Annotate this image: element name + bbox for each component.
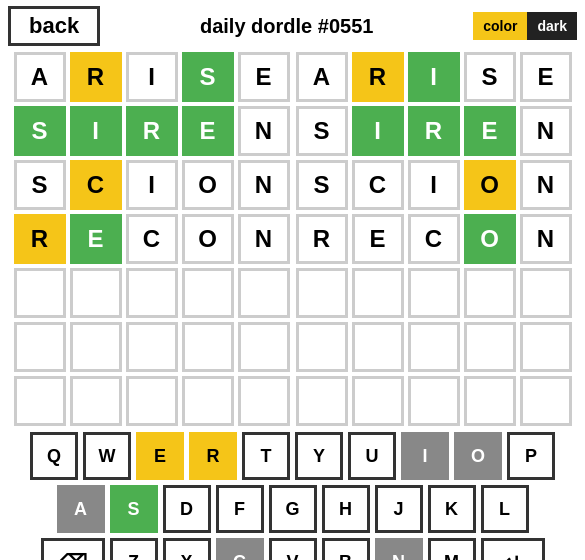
grid-cell: N — [520, 106, 572, 156]
grid-cell — [352, 376, 404, 426]
key-U[interactable]: U — [348, 432, 396, 480]
grid-cell: N — [238, 160, 290, 210]
key-backspace[interactable]: ⌫ — [41, 538, 105, 560]
grid-cell: O — [464, 160, 516, 210]
grid-cell — [520, 268, 572, 318]
grid-cell — [296, 322, 348, 372]
dark-mode-button[interactable]: dark — [527, 12, 577, 40]
grid-cell — [70, 268, 122, 318]
key-R[interactable]: R — [189, 432, 237, 480]
grid-cell — [14, 268, 66, 318]
grid-cell: I — [352, 106, 404, 156]
grid-cell — [408, 268, 460, 318]
grid-cell: A — [296, 52, 348, 102]
key-M[interactable]: M — [428, 538, 476, 560]
header: back daily dordle #0551 color dark — [0, 0, 585, 52]
key-W[interactable]: W — [83, 432, 131, 480]
key-I[interactable]: I — [401, 432, 449, 480]
grid-cell — [296, 268, 348, 318]
grid-cell: I — [408, 160, 460, 210]
grid-cell: O — [464, 214, 516, 264]
grid-cell — [126, 322, 178, 372]
key-Z[interactable]: Z — [110, 538, 158, 560]
grid-cell: N — [520, 160, 572, 210]
grid-right: ARISESIRENSCIONRECON — [296, 52, 572, 426]
key-A[interactable]: A — [57, 485, 105, 533]
key-N[interactable]: N — [375, 538, 423, 560]
grid-cell: R — [14, 214, 66, 264]
grid-cell: E — [352, 214, 404, 264]
grid-cell — [70, 322, 122, 372]
grid-cell: E — [464, 106, 516, 156]
key-B[interactable]: B — [322, 538, 370, 560]
grid-cell — [408, 376, 460, 426]
grid-cell — [14, 322, 66, 372]
keyboard-row: QWERTYUIOP — [30, 432, 555, 480]
grid-cell: C — [126, 214, 178, 264]
grid-cell: S — [14, 106, 66, 156]
key-F[interactable]: F — [216, 485, 264, 533]
grid-cell: N — [520, 214, 572, 264]
grid-cell — [238, 268, 290, 318]
grid-cell — [408, 322, 460, 372]
grid-cell: E — [182, 106, 234, 156]
grid-cell: R — [352, 52, 404, 102]
mode-buttons: color dark — [473, 12, 577, 40]
key-H[interactable]: H — [322, 485, 370, 533]
grid-cell — [296, 376, 348, 426]
grid-cell — [352, 268, 404, 318]
grid-cell: N — [238, 214, 290, 264]
key-D[interactable]: D — [163, 485, 211, 533]
game-area: ARISESIRENSCIONRECON ARISESIRENSCIONRECO… — [0, 52, 585, 560]
key-T[interactable]: T — [242, 432, 290, 480]
grid-cell: I — [70, 106, 122, 156]
keyboard-row: ⌫ZXCVBNM↵ — [41, 538, 545, 560]
grid-cell: A — [14, 52, 66, 102]
grid-cell: O — [182, 160, 234, 210]
grid-cell — [464, 322, 516, 372]
key-C[interactable]: C — [216, 538, 264, 560]
grid-cell — [520, 322, 572, 372]
grid-cell — [126, 268, 178, 318]
key-L[interactable]: L — [481, 485, 529, 533]
color-mode-button[interactable]: color — [473, 12, 527, 40]
key-O[interactable]: O — [454, 432, 502, 480]
grid-cell: S — [296, 160, 348, 210]
grid-cell: E — [520, 52, 572, 102]
key-S[interactable]: S — [110, 485, 158, 533]
page-title: daily dordle #0551 — [200, 15, 373, 38]
key-G[interactable]: G — [269, 485, 317, 533]
grid-cell: I — [408, 52, 460, 102]
grid-cell: I — [126, 52, 178, 102]
key-E[interactable]: E — [136, 432, 184, 480]
key-Q[interactable]: Q — [30, 432, 78, 480]
key-J[interactable]: J — [375, 485, 423, 533]
grid-cell: R — [126, 106, 178, 156]
grid-cell: E — [70, 214, 122, 264]
grid-cell — [238, 376, 290, 426]
grid-cell — [352, 322, 404, 372]
key-Y[interactable]: Y — [295, 432, 343, 480]
back-button[interactable]: back — [8, 6, 100, 46]
grid-cell: R — [408, 106, 460, 156]
grid-cell — [238, 322, 290, 372]
grid-cell: S — [182, 52, 234, 102]
grid-cell — [14, 376, 66, 426]
grid-cell — [182, 322, 234, 372]
grid-cell — [464, 376, 516, 426]
key-V[interactable]: V — [269, 538, 317, 560]
grid-cell: C — [352, 160, 404, 210]
grid-cell: C — [70, 160, 122, 210]
key-P[interactable]: P — [507, 432, 555, 480]
grid-cell: O — [182, 214, 234, 264]
grid-cell — [464, 268, 516, 318]
grid-cell: R — [296, 214, 348, 264]
key-enter[interactable]: ↵ — [481, 538, 545, 560]
key-X[interactable]: X — [163, 538, 211, 560]
grid-cell — [182, 268, 234, 318]
grid-cell — [520, 376, 572, 426]
grids-row: ARISESIRENSCIONRECON ARISESIRENSCIONRECO… — [14, 52, 572, 426]
key-K[interactable]: K — [428, 485, 476, 533]
grid-cell: R — [70, 52, 122, 102]
grid-cell: N — [238, 106, 290, 156]
